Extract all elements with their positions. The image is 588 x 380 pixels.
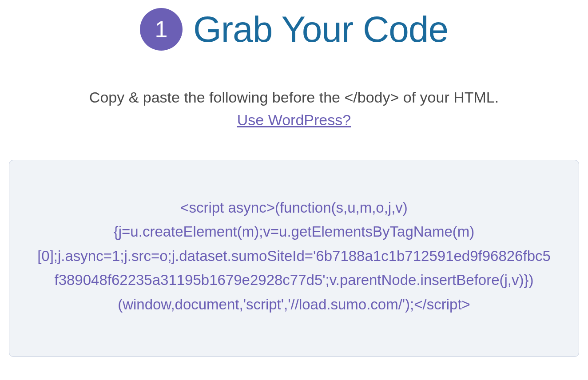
code-snippet-box[interactable]: <script async>(function(s,u,m,o,j,v){j=u…: [9, 160, 579, 357]
step-number-badge: 1: [140, 8, 183, 51]
instruction-text: Copy & paste the following before the </…: [9, 86, 579, 109]
use-wordpress-link[interactable]: Use WordPress?: [9, 111, 579, 129]
heading-row: 1 Grab Your Code: [9, 0, 579, 64]
step-title: Grab Your Code: [193, 8, 448, 50]
step-number: 1: [155, 16, 167, 43]
onboarding-step-container: 1 Grab Your Code Copy & paste the follow…: [9, 0, 579, 357]
